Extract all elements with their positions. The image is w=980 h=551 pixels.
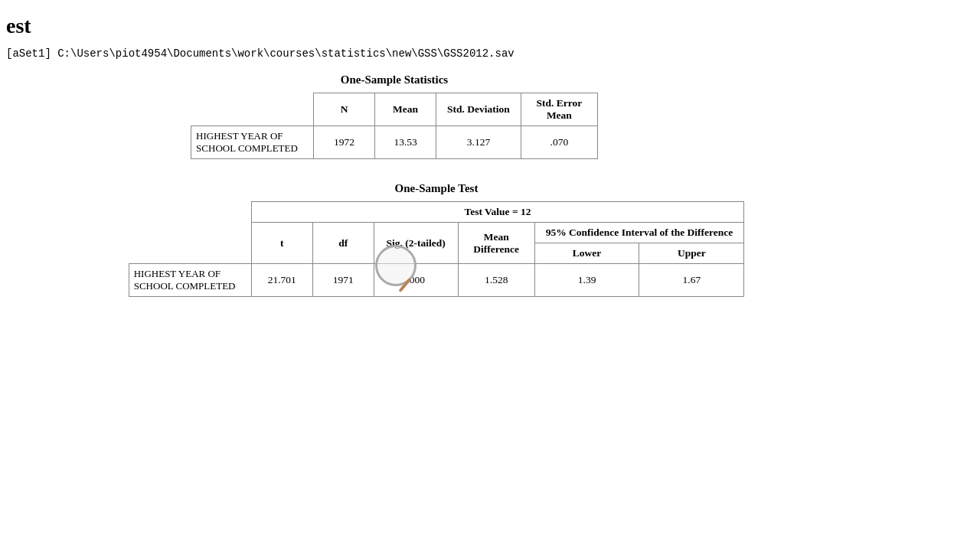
test-col-t: t (251, 223, 312, 264)
test-section-title: One-Sample Test (129, 182, 745, 195)
test-row-upper: 1.67 (639, 264, 744, 297)
stats-row-mean: 13.53 (375, 126, 436, 159)
test-col-sig: Sig. (2-tailed) (374, 223, 458, 264)
test-row: HIGHEST YEAR OFSCHOOL COMPLETED 21.701 1… (129, 264, 744, 297)
stats-row-label: HIGHEST YEAR OFSCHOOL COMPLETED (191, 126, 314, 159)
test-row-df: 1971 (312, 264, 374, 297)
stats-row-stddev: 3.127 (436, 126, 521, 159)
page-title: est (0, 0, 980, 38)
stats-col-n: N (314, 93, 375, 126)
test-row-label: HIGHEST YEAR OFSCHOOL COMPLETED (129, 264, 251, 297)
stats-row-n: 1972 (314, 126, 375, 159)
filepath: [aSet1] C:\Users\piot4954\Documents\work… (0, 38, 980, 60)
test-col-lower: Lower (534, 243, 639, 264)
stats-row-stderr: .070 (521, 126, 597, 159)
test-table: Test Value = 12 t df Sig. (2-tailed) Mea… (129, 201, 745, 297)
test-col-upper: Upper (639, 243, 744, 264)
test-col-df: df (312, 223, 374, 264)
stats-table: N Mean Std. Deviation Std. ErrorMean HIG… (191, 93, 598, 159)
stats-row: HIGHEST YEAR OFSCHOOL COMPLETED 1972 13.… (191, 126, 598, 159)
test-row-t: 21.701 (251, 264, 312, 297)
test-row-lower: 1.39 (534, 264, 639, 297)
test-value-header: Test Value = 12 (251, 202, 744, 223)
stats-col-stderr: Std. ErrorMean (521, 93, 597, 126)
test-row-meandiff: 1.528 (458, 264, 534, 297)
test-col-mean-diff: MeanDifference (458, 223, 534, 264)
stats-col-mean: Mean (375, 93, 436, 126)
test-row-sig: .000 (374, 264, 458, 297)
test-ci-header: 95% Confidence Interval of the Differenc… (534, 223, 744, 243)
stats-col-stddev: Std. Deviation (436, 93, 521, 126)
stats-section-title: One-Sample Statistics (191, 73, 598, 86)
